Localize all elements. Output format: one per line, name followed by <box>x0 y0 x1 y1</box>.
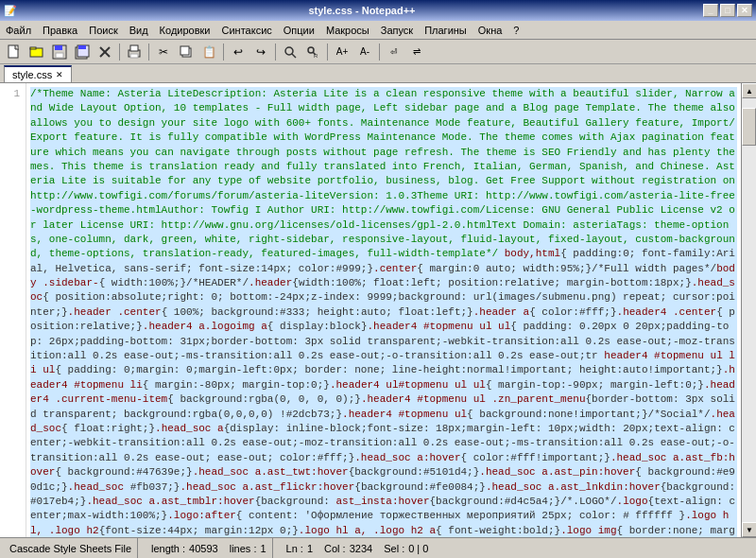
zoom-in-button[interactable]: A+ <box>332 43 352 61</box>
sel-label: Sel : <box>384 543 404 554</box>
scroll-up-button[interactable]: ▲ <box>742 83 756 98</box>
tab-close-button[interactable]: ✕ <box>56 70 63 79</box>
status-position: Ln : 1 Col : 3234 Sel : 0 | 0 <box>281 538 435 558</box>
find-button[interactable] <box>280 43 301 61</box>
file-type-label: Cascade Style Sheets File <box>9 543 131 554</box>
svg-rect-5 <box>56 53 63 58</box>
menu-macros[interactable]: Макросы <box>320 21 375 39</box>
status-file-type: Cascade Style Sheets File <box>4 538 138 558</box>
scroll-down-button[interactable]: ▼ <box>742 522 756 537</box>
maximize-button[interactable]: □ <box>720 4 735 17</box>
sel-value: 0 | 0 <box>408 543 428 554</box>
menu-syntax[interactable]: Синтаксис <box>216 21 278 39</box>
menu-view[interactable]: Вид <box>124 21 154 39</box>
col-label: Col : <box>324 543 346 554</box>
editor-container: 1 /*Theme Name: Asteria LiteDescription:… <box>0 83 756 537</box>
lines-label: lines : <box>230 543 257 554</box>
open-button[interactable] <box>26 43 47 61</box>
toolbar-separator-6 <box>379 44 380 61</box>
scroll-thumb[interactable] <box>742 108 756 146</box>
zoom-out-button[interactable]: A- <box>354 43 375 61</box>
close-file-button[interactable] <box>94 43 115 61</box>
line-numbers: 1 <box>0 83 26 537</box>
length-label: length : <box>151 543 185 554</box>
ln-value: 1 <box>307 543 313 554</box>
status-bar: Cascade Style Sheets File length : 40593… <box>0 537 756 558</box>
wrap-button[interactable]: ⏎ <box>384 43 404 61</box>
code-editor[interactable]: /*Theme Name: Asteria LiteDescription: A… <box>26 83 741 537</box>
menu-options[interactable]: Опции <box>278 21 320 39</box>
sync-button[interactable]: ⇌ <box>406 43 427 61</box>
title-bar: 📝 style.css - Notepad++ _ □ ✕ <box>0 0 756 21</box>
menu-windows[interactable]: Окна <box>472 21 508 39</box>
title-bar-text: style.css - Notepad++ <box>21 5 703 16</box>
menu-file[interactable]: Файл <box>0 21 37 39</box>
status-length: length : 40593 lines : 1 <box>146 538 273 558</box>
menu-encoding[interactable]: Кодировки <box>154 21 216 39</box>
toolbar-separator-1 <box>119 44 120 61</box>
svg-rect-12 <box>130 45 138 51</box>
title-bar-buttons: _ □ ✕ <box>703 4 752 17</box>
toolbar-separator-3 <box>223 44 224 61</box>
menu-help[interactable]: ? <box>507 21 524 39</box>
new-button[interactable] <box>4 43 25 61</box>
svg-rect-8 <box>78 45 86 49</box>
tab-label: style.css <box>12 69 52 80</box>
save-all-button[interactable] <box>72 43 93 61</box>
menu-plugins[interactable]: Плагины <box>419 21 472 39</box>
length-value: 40593 <box>189 543 218 554</box>
toolbar-separator-4 <box>275 44 276 61</box>
svg-rect-2 <box>30 47 36 49</box>
toolbar: ✂ 📋 ↩ ↪ R A+ A- ⏎ ⇌ <box>0 40 756 64</box>
paste-button[interactable]: 📋 <box>198 43 219 61</box>
svg-rect-15 <box>180 46 189 55</box>
menu-edit[interactable]: Правка <box>37 21 83 39</box>
undo-button[interactable]: ↩ <box>228 43 249 61</box>
cut-button[interactable]: ✂ <box>153 43 174 61</box>
scroll-track[interactable] <box>742 98 756 522</box>
menu-run[interactable]: Запуск <box>375 21 419 39</box>
svg-point-16 <box>285 47 293 55</box>
vertical-scrollbar[interactable]: ▲ ▼ <box>741 83 756 537</box>
title-bar-icon: 📝 <box>4 5 17 17</box>
col-value: 3234 <box>350 543 372 554</box>
toolbar-separator-5 <box>327 44 328 61</box>
ln-label: Ln : <box>286 543 303 554</box>
copy-button[interactable] <box>176 43 197 61</box>
svg-text:R: R <box>314 53 318 59</box>
minimize-button[interactable]: _ <box>703 4 718 17</box>
close-button[interactable]: ✕ <box>737 4 752 17</box>
lines-value: 1 <box>260 543 266 554</box>
svg-rect-4 <box>55 45 62 50</box>
menu-search[interactable]: Поиск <box>83 21 123 39</box>
tab-style-css[interactable]: style.css ✕ <box>4 65 72 82</box>
toolbar-separator-2 <box>148 44 149 61</box>
code-content[interactable]: /*Theme Name: Asteria LiteDescription: A… <box>30 87 737 537</box>
print-button[interactable] <box>124 43 145 61</box>
replace-button[interactable]: R <box>302 43 323 61</box>
svg-rect-13 <box>130 54 138 58</box>
save-button[interactable] <box>49 43 70 61</box>
menu-bar: Файл Правка Поиск Вид Кодировки Синтакси… <box>0 21 756 40</box>
svg-line-17 <box>292 54 296 58</box>
redo-button[interactable]: ↪ <box>250 43 271 61</box>
tab-bar: style.css ✕ <box>0 64 756 83</box>
